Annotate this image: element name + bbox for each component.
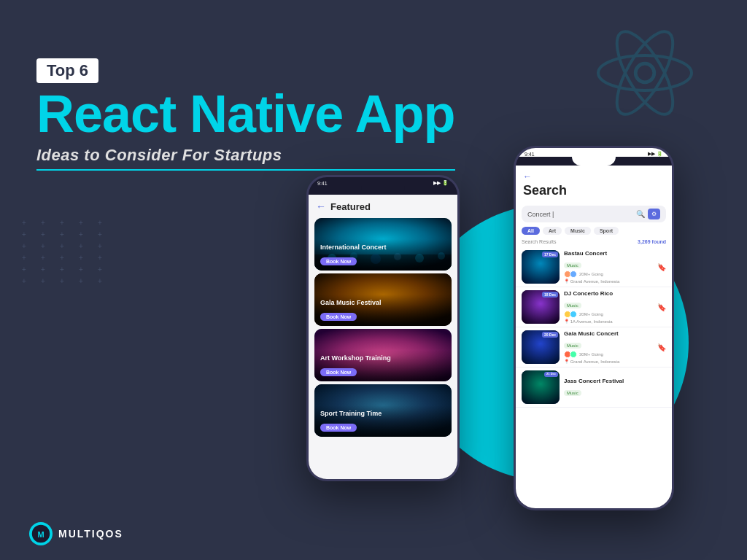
phone1-container: 9:41 ▶▶ 🔋 ← Featured [306, 175, 460, 481]
event-card-overlay-2: Art Workshop Training Book Now [314, 350, 452, 381]
search-icon: 🔍 [636, 210, 645, 218]
search-thumb-3: 21 Dec [522, 370, 560, 404]
search-screen-title: Search [523, 183, 665, 198]
search-event-name-0: Bastau Concert [564, 250, 653, 257]
search-thumb-2: 20 Dec [522, 330, 560, 364]
subtitle: Ideas to Consider For Startups [36, 146, 455, 171]
event-card-title-3: Sport Training Time [320, 410, 446, 417]
logo-icon: M [29, 522, 53, 545]
phone2-shell: 9:41 ▶▶ 🔋 ← Search Concert | 🔍 ⚙ All Art… [514, 146, 674, 510]
search-event-tag-0: Music [564, 262, 581, 268]
results-label: Search Results [522, 239, 556, 244]
going-count-1: 20M+ Going [579, 312, 603, 316]
search-event-name-1: DJ Concerto Rico [564, 290, 653, 297]
filter-chips: All Art Music Sport [516, 227, 672, 238]
dots-decoration: +++++ +++++ +++++ +++++ +++++ +++++ [22, 219, 109, 281]
event-card-overlay-3: Sport Training Time Book Now [314, 405, 452, 437]
react-logo-decoration [587, 15, 703, 131]
date-badge-2: 20 Dec [542, 332, 558, 338]
results-header: Search Results 3,269 found [516, 238, 672, 247]
search-event-name-2: Gala Music Concert [564, 330, 653, 337]
search-event-info-0: Bastau Concert Music 20M+ Going 📍 Grand … [564, 250, 653, 284]
search-event-name-3: Jass Concert Festival [564, 378, 666, 384]
event-card-2: Art Workshop Training Book Now [314, 329, 452, 381]
featured-screen-title: Featured [330, 201, 371, 212]
book-now-btn-1[interactable]: Book Now [320, 313, 357, 321]
search-thumb-0: 17 Dec [522, 250, 560, 284]
phone1-shell: 9:41 ▶▶ 🔋 ← Featured [306, 175, 460, 481]
date-badge-3: 21 Dec [544, 372, 558, 377]
search-bar[interactable]: Concert | 🔍 ⚙ [522, 206, 666, 222]
search-event-meta-2: 30M+ Going [564, 351, 653, 358]
search-thumb-1: 18 Dec [522, 290, 560, 324]
main-title: React Native App [36, 88, 455, 140]
date-badge-1: 18 Dec [542, 292, 558, 298]
date-badge-0: 17 Dec [542, 252, 558, 257]
search-header: ← Search [516, 166, 672, 201]
search-event-0[interactable]: 17 Dec Bastau Concert Music 20M+ Going 📍… [516, 247, 672, 287]
location-2: 📍 Grand Avenue, Indonesia [564, 359, 653, 364]
phone1-status-bar: 9:41 ▶▶ 🔋 [309, 177, 457, 186]
bookmark-icon-2[interactable]: 🔖 [657, 343, 666, 351]
phone2-status-bar: 9:41 ▶▶ 🔋 [516, 148, 672, 157]
search-event-tag-3: Music [564, 390, 581, 396]
chip-all[interactable]: All [522, 227, 540, 235]
search-event-2[interactable]: 20 Dec Gala Music Concert Music 30M+ Goi… [516, 327, 672, 368]
featured-header: ← Featured [309, 195, 457, 215]
going-count-0: 20M+ Going [579, 272, 603, 276]
event-card-title-0: International Concert [320, 244, 446, 251]
event-card-title-1: Gala Music Festival [320, 299, 446, 306]
back-arrow-icon[interactable]: ← [316, 201, 326, 212]
event-card-overlay-0: International Concert Book Now [314, 239, 452, 271]
phone2-container: 9:41 ▶▶ 🔋 ← Search Concert | 🔍 ⚙ All Art… [514, 146, 674, 510]
header-area: Top 6 React Native App Ideas to Consider… [36, 58, 455, 171]
chip-art[interactable]: Art [543, 227, 562, 235]
event-card-title-2: Art Workshop Training [320, 354, 446, 362]
search-back-btn[interactable]: ← [523, 171, 665, 182]
phone1-notch [361, 186, 405, 195]
filter-icon[interactable]: ⚙ [648, 209, 660, 219]
event-card-1: Gala Music Festival Book Now [314, 273, 452, 326]
phone2-screen: ← Search Concert | 🔍 ⚙ All Art Music Spo… [516, 166, 672, 510]
location-0: 📍 Grand Avenue, Indonesia [564, 279, 653, 284]
chip-sport[interactable]: Sport [594, 227, 619, 235]
going-count-2: 30M+ Going [579, 352, 603, 357]
svg-text:M: M [37, 530, 44, 539]
top6-badge: Top 6 [36, 58, 98, 83]
svg-point-1 [598, 55, 692, 90]
book-now-btn-0[interactable]: Book Now [320, 257, 357, 265]
logo-area: M MULTIQOS [29, 522, 123, 545]
svg-point-0 [635, 63, 654, 82]
location-1: 📍 1A Avenue, Indonesia [564, 319, 653, 324]
phone2-notch [572, 157, 616, 166]
book-now-btn-3[interactable]: Book Now [320, 424, 357, 432]
event-card-0: International Concert Book Now [314, 218, 452, 271]
search-event-meta-1: 20M+ Going [564, 311, 653, 318]
search-event-1[interactable]: 18 Dec DJ Concerto Rico Music 20M+ Going… [516, 287, 672, 327]
logo-text: MULTIQOS [58, 528, 123, 540]
book-now-btn-2[interactable]: Book Now [320, 368, 357, 376]
search-event-info-1: DJ Concerto Rico Music 20M+ Going 📍 1A A… [564, 290, 653, 324]
bookmark-icon-0[interactable]: 🔖 [657, 263, 666, 271]
event-card-overlay-1: Gala Music Festival Book Now [314, 295, 452, 326]
phone1-screen: ← Featured [309, 195, 457, 481]
search-input[interactable]: Concert | [527, 211, 633, 218]
event-card-3: Sport Training Time Book Now [314, 384, 452, 437]
bookmark-icon-1[interactable]: 🔖 [657, 303, 666, 311]
results-count: 3,269 found [638, 239, 666, 244]
chip-music[interactable]: Music [565, 227, 591, 235]
search-event-info-3: Jass Concert Festival Music [564, 378, 666, 397]
search-event-tag-1: Music [564, 303, 581, 308]
search-event-meta-0: 20M+ Going [564, 271, 653, 278]
search-event-info-2: Gala Music Concert Music 30M+ Going 📍 Gr… [564, 330, 653, 364]
search-event-tag-2: Music [564, 343, 581, 349]
search-event-3[interactable]: 21 Dec Jass Concert Festival Music [516, 368, 672, 408]
